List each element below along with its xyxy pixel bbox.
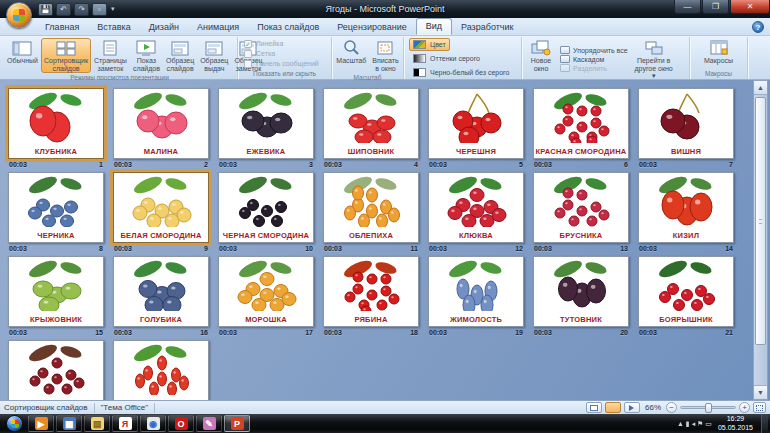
message-bar-checkbox[interactable]: Панель сообщений — [244, 60, 325, 68]
slide-thumbnail-21[interactable]: БОЯРЫШНИК — [638, 256, 734, 327]
tab-6[interactable]: Рецензирование — [328, 20, 416, 35]
scrollbar-thumb[interactable] — [755, 97, 766, 345]
slide-thumbnail-3[interactable]: ЕЖЕВИКА — [218, 88, 314, 159]
slide-number: 10 — [305, 245, 313, 252]
slide-thumbnail-14[interactable]: КИЗИЛ — [638, 172, 734, 243]
slide-show-button[interactable]: Показ слайдов — [130, 38, 163, 73]
slide-thumbnail-15[interactable]: КРЫЖОВНИК — [8, 256, 104, 327]
scroll-up-icon[interactable]: ▲ — [754, 81, 767, 95]
powerpoint-taskbar-button[interactable]: P — [224, 415, 250, 432]
show-desktop-button[interactable] — [761, 414, 768, 433]
slide-thumbnail-23[interactable] — [113, 340, 209, 400]
calculator-taskbar-button[interactable]: ▦ — [56, 415, 82, 432]
tab-4[interactable]: Анимация — [188, 20, 248, 35]
arrange-all-button[interactable]: Упорядочить все — [560, 46, 628, 54]
scrollbar-track[interactable] — [754, 95, 767, 385]
help-icon[interactable]: ? — [752, 21, 764, 33]
slide-number: 4 — [414, 161, 418, 168]
handout-master-button[interactable]: Образец выдач — [197, 38, 231, 73]
slide-thumbnail-22[interactable] — [8, 340, 104, 400]
opera-taskbar-button[interactable]: O — [168, 415, 194, 432]
slide-title: ЕЖЕВИКА — [219, 147, 313, 156]
slide-meta: 00:0315 — [9, 329, 103, 336]
tab-5[interactable]: Показ слайдов — [248, 20, 328, 35]
tab-7[interactable]: Вид — [416, 18, 452, 35]
zoom-slider[interactable] — [680, 406, 736, 409]
fit-window-icon — [374, 40, 396, 56]
scroll-down-icon[interactable]: ▼ — [754, 385, 767, 399]
slide-thumbnail-2[interactable]: МАЛИНА — [113, 88, 209, 159]
slide-thumbnail-18[interactable]: РЯБИНА — [323, 256, 419, 327]
slide-thumbnail-1[interactable]: КЛУБНИКА — [8, 88, 104, 159]
slide-thumbnail-12[interactable]: КЛЮКВА — [428, 172, 524, 243]
slide-meta: 00:0319 — [429, 329, 523, 336]
slide-thumbnail-8[interactable]: ЧЕРНИКА — [8, 172, 104, 243]
macros-button[interactable]: Макросы — [701, 38, 736, 69]
zoom-slider-thumb[interactable] — [705, 403, 712, 413]
tab-3[interactable]: Дизайн — [140, 20, 188, 35]
slide-sorter-switch[interactable] — [605, 402, 621, 413]
slide-number: 21 — [725, 329, 733, 336]
vertical-scrollbar[interactable]: ▲ ▼ — [753, 80, 768, 400]
fit-to-window-button[interactable]: Вписать в окно — [369, 38, 401, 73]
slide-thumbnail-19[interactable]: ЖИМОЛОСТЬ — [428, 256, 524, 327]
switch-windows-button[interactable]: Перейти в другое окно ▾ — [630, 38, 678, 81]
slide-cell: МАЛИНА00:032 — [113, 88, 209, 172]
cascade-button[interactable]: Каскадом — [560, 55, 628, 63]
paint-taskbar-button[interactable]: ✎ — [196, 415, 222, 432]
tab-1[interactable]: Главная — [36, 20, 88, 35]
slide-meta: 00:0318 — [324, 329, 418, 336]
chrome-taskbar-button[interactable]: ◉ — [140, 415, 166, 432]
slide-title: МОРОШКА — [219, 315, 313, 324]
slide-thumbnail-16[interactable]: ГОЛУБИКА — [113, 256, 209, 327]
slide-thumbnail-9[interactable]: БЕЛАЯ СМОРОДИНА — [113, 172, 209, 243]
explorer-taskbar-button[interactable]: ▤ — [84, 415, 110, 432]
slide-thumbnail-10[interactable]: ЧЕРНАЯ СМОРОДИНА — [218, 172, 314, 243]
slide-thumbnail-13[interactable]: БРУСНИКА — [533, 172, 629, 243]
slide-meta: 00:037 — [639, 161, 733, 168]
slide-thumbnail-7[interactable]: ВИШНЯ — [638, 88, 734, 159]
slide-sorter-button[interactable]: Сортировщик слайдов — [41, 38, 91, 73]
minimize-button[interactable]: — — [674, 0, 701, 14]
gridlines-checkbox[interactable]: Сетка — [244, 50, 325, 58]
new-window-button[interactable]: Новое окно — [524, 38, 558, 81]
tray-icons[interactable]: ▲ ▮ ◂ ⚑ ▭ — [677, 420, 712, 428]
chrome-icon: ◉ — [147, 417, 160, 430]
zoom-button[interactable]: Масштаб — [333, 38, 369, 73]
tab-2[interactable]: Вставка — [88, 20, 139, 35]
start-button[interactable] — [6, 415, 23, 432]
tab-8[interactable]: Разработчик — [452, 20, 522, 35]
ruler-checkbox[interactable]: ✓Линейка — [244, 40, 325, 48]
slide-thumbnail-17[interactable]: МОРОШКА — [218, 256, 314, 327]
taskbar-clock[interactable]: 16:29 05.05.2015 — [718, 415, 753, 431]
slide-thumbnail-4[interactable]: ШИПОВНИК — [323, 88, 419, 159]
close-button[interactable]: ✕ — [730, 0, 770, 14]
zoom-in-button[interactable]: + — [739, 402, 750, 413]
slide-title: КРЫЖОВНИК — [9, 315, 103, 324]
normal-view-switch[interactable] — [586, 402, 602, 413]
notes-page-button[interactable]: Страницы заметок — [91, 38, 130, 73]
grayscale-button[interactable]: Оттенки серого — [409, 52, 516, 65]
yandex-browser-taskbar-button[interactable]: Я — [112, 415, 138, 432]
slide-transition-time: 00:03 — [114, 329, 132, 336]
black-white-button[interactable]: Черно-белый без серого — [409, 66, 516, 79]
slide-thumbnail-6[interactable]: КРАСНАЯ СМОРОДИНА — [533, 88, 629, 159]
slide-thumbnail-5[interactable]: ЧЕРЕШНЯ — [428, 88, 524, 159]
slide-master-button[interactable]: Образец слайдов — [163, 38, 197, 73]
slide-title: БОЯРЫШНИК — [639, 315, 733, 324]
normal-view-button[interactable]: Обычный — [4, 38, 41, 73]
magnifier-icon — [340, 40, 362, 56]
split-button[interactable]: Разделить — [560, 64, 628, 72]
slideshow-switch[interactable] — [624, 402, 640, 413]
slide-transition-time: 00:03 — [9, 161, 27, 168]
zoom-out-button[interactable]: − — [666, 402, 677, 413]
media-player-taskbar-button[interactable]: ▶ — [28, 415, 54, 432]
slide-title: ОБЛЕПИХА — [324, 231, 418, 240]
maximize-button[interactable]: ❐ — [702, 0, 729, 14]
fit-slide-button[interactable] — [753, 402, 766, 413]
slide-thumbnail-20[interactable]: ТУТОВНИК — [533, 256, 629, 327]
slide-transition-time: 00:03 — [534, 161, 552, 168]
color-mode-button[interactable]: Цвет — [409, 38, 450, 51]
office-button[interactable] — [6, 2, 32, 28]
slide-thumbnail-11[interactable]: ОБЛЕПИХА — [323, 172, 419, 243]
